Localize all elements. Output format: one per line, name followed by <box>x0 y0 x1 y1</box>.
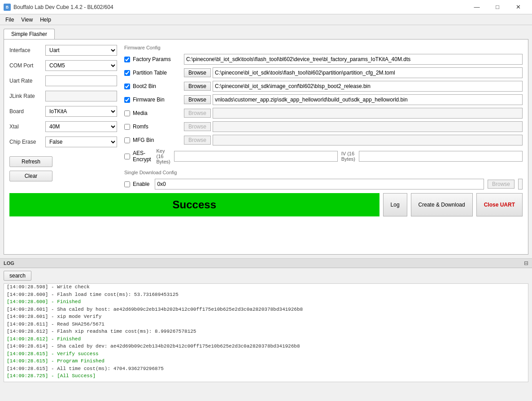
log-line: [14:09:28.600] - Finished <box>7 298 525 306</box>
factory-path-input[interactable] <box>184 54 523 65</box>
firmware-row-firmware: Firmware Bin Browse <box>124 94 523 105</box>
menu-help[interactable]: Help <box>36 16 55 24</box>
comport-select[interactable]: COM1 COM2 COM3 COM4 COM5 <box>45 60 117 71</box>
log-content[interactable]: Load 4096/5671 {"progress":72}[14:09:28.… <box>4 283 528 382</box>
firmware-row-mfgbin: MFG Bin Browse <box>124 135 523 145</box>
firmware-row-factory: Factory Params <box>124 54 523 65</box>
media-label: Media <box>133 110 182 116</box>
close-button[interactable]: ✕ <box>508 0 528 14</box>
title-bar: B Bouffalo Lab Dev Cube 1.4.2 - BL602/60… <box>0 0 532 14</box>
log-collapse-icon[interactable]: ⊟ <box>524 260 528 266</box>
partition-path-input[interactable] <box>213 67 523 78</box>
firmware-config-title: Firmware Config <box>124 45 523 50</box>
romfs-checkbox[interactable] <box>124 124 130 130</box>
jlinkrate-control: 1000 <box>45 91 117 101</box>
media-checkbox[interactable] <box>124 110 130 116</box>
log-section: LOG ⊟ search Load 4096/5671 {"progress":… <box>0 258 532 382</box>
log-search-area: search <box>4 271 528 281</box>
romfs-path-input <box>213 121 523 132</box>
boot2-path-input[interactable] <box>213 81 523 92</box>
refresh-button[interactable]: Refresh <box>9 156 52 167</box>
boot2-browse-button[interactable]: Browse <box>184 82 211 91</box>
menu-file[interactable]: File <box>2 16 17 24</box>
mfgbin-label: MFG Bin <box>133 137 182 143</box>
board-label: Board <box>9 108 45 115</box>
key-input[interactable] <box>174 151 338 162</box>
xtal-row: Xtal 40M 26M 32M <box>9 121 117 132</box>
key-label: Key (16 Bytes) <box>156 148 170 164</box>
maximize-button[interactable]: □ <box>487 0 508 14</box>
log-header: LOG ⊟ <box>0 259 532 268</box>
tab-simple-flasher[interactable]: Simple Flasher <box>4 29 55 39</box>
log-line: [14:09:28.614] - Sha caled by dev: ae42d… <box>7 343 525 350</box>
interface-control: Uart JLink OpenOCD <box>45 45 117 56</box>
left-config: Interface Uart JLink OpenOCD COM Port CO… <box>9 45 117 189</box>
factory-label: Factory Params <box>133 56 182 62</box>
log-line: [14:09:28.615] - Program Finished <box>7 357 525 365</box>
minimize-button[interactable]: — <box>467 0 487 14</box>
firmware-row-media: Media Browse <box>124 108 523 119</box>
create-download-button[interactable]: Create & Download <box>411 193 473 216</box>
boot2-label: Boot2 Bin <box>133 83 182 89</box>
jlinkrate-input[interactable]: 1000 <box>45 91 117 101</box>
firmware-browse-button[interactable]: Browse <box>184 95 211 104</box>
search-button[interactable]: search <box>4 271 31 281</box>
firmware-row-boot2: Boot2 Bin Browse <box>124 81 523 92</box>
panel-inner: Interface Uart JLink OpenOCD COM Port CO… <box>9 45 523 189</box>
comport-label: COM Port <box>9 62 45 69</box>
mfgbin-checkbox[interactable] <box>124 137 130 143</box>
romfs-browse-button: Browse <box>184 122 211 131</box>
log-line: [14:09:28.612] - Flash xip readsha time … <box>7 328 525 335</box>
content-panel: Interface Uart JLink OpenOCD COM Port CO… <box>4 39 528 255</box>
firmware-path-input[interactable] <box>213 94 523 105</box>
close-uart-button[interactable]: Close UART <box>476 193 523 216</box>
partition-checkbox[interactable] <box>124 70 130 76</box>
comport-row: COM Port COM1 COM2 COM3 COM4 COM5 <box>9 60 117 71</box>
boot2-checkbox[interactable] <box>124 84 130 89</box>
single-dl-section: Single Download Config Enable Browse <box>124 170 523 189</box>
interface-select[interactable]: Uart JLink OpenOCD <box>45 45 117 56</box>
single-dl-addr-input[interactable] <box>155 179 484 189</box>
factory-checkbox[interactable] <box>124 57 130 62</box>
status-row: Success Log Create & Download Close UART <box>9 193 523 216</box>
romfs-label: Romfs <box>133 123 182 130</box>
clear-button[interactable]: Clear <box>9 171 52 181</box>
aes-checkbox[interactable] <box>124 154 130 159</box>
uartrate-row: Uart Rate 2000000 <box>9 75 117 86</box>
buttons-row: Refresh Clear <box>9 156 117 181</box>
log-line: [14:09:28.615] - All time cost(ms): 4704… <box>7 365 525 373</box>
chiperase-label: Chip Erase <box>9 139 45 145</box>
media-browse-button: Browse <box>184 109 211 118</box>
partition-browse-button[interactable]: Browse <box>184 68 211 77</box>
log-line: [14:09:28.615] - Verify success <box>7 350 525 358</box>
menu-view[interactable]: View <box>17 16 36 24</box>
log-line: [14:09:28.725] - [All Success] <box>7 372 525 380</box>
single-dl-path-input <box>518 179 523 189</box>
comport-control: COM1 COM2 COM3 COM4 COM5 <box>45 60 117 71</box>
log-header-title: LOG <box>4 260 14 266</box>
success-button[interactable]: Success <box>9 193 379 216</box>
aes-row: AES-Encrypt Key (16 Bytes) IV (16 Bytes) <box>124 148 523 164</box>
media-path-input <box>213 108 523 119</box>
uartrate-label: Uart Rate <box>9 78 45 84</box>
xtal-select[interactable]: 40M 26M 32M <box>45 121 117 132</box>
jlinkrate-label: JLink Rate <box>9 93 45 99</box>
single-dl-enable-label: Enable <box>133 181 149 187</box>
chiperase-control: False True <box>45 137 117 147</box>
firmware-checkbox[interactable] <box>124 97 130 103</box>
log-button[interactable]: Log <box>383 193 407 216</box>
iv-input[interactable] <box>359 151 523 162</box>
single-dl-enable-checkbox[interactable] <box>124 181 130 187</box>
mfgbin-path-input <box>213 135 523 145</box>
board-select[interactable]: IoTKitA IoTKitB IoTKitC <box>45 106 117 117</box>
tab-bar: Simple Flasher <box>4 29 528 39</box>
board-control: IoTKitA IoTKitB IoTKitC <box>45 106 117 117</box>
single-dl-row: Enable Browse <box>124 179 523 189</box>
uartrate-input[interactable]: 2000000 <box>45 75 117 86</box>
xtal-control: 40M 26M 32M <box>45 121 117 132</box>
interface-label: Interface <box>9 47 45 53</box>
chiperase-select[interactable]: False True <box>45 137 117 147</box>
firmware-label: Firmware Bin <box>133 97 182 103</box>
single-dl-title: Single Download Config <box>124 170 523 175</box>
main-window: Simple Flasher Interface Uart JLink Open… <box>0 25 532 258</box>
